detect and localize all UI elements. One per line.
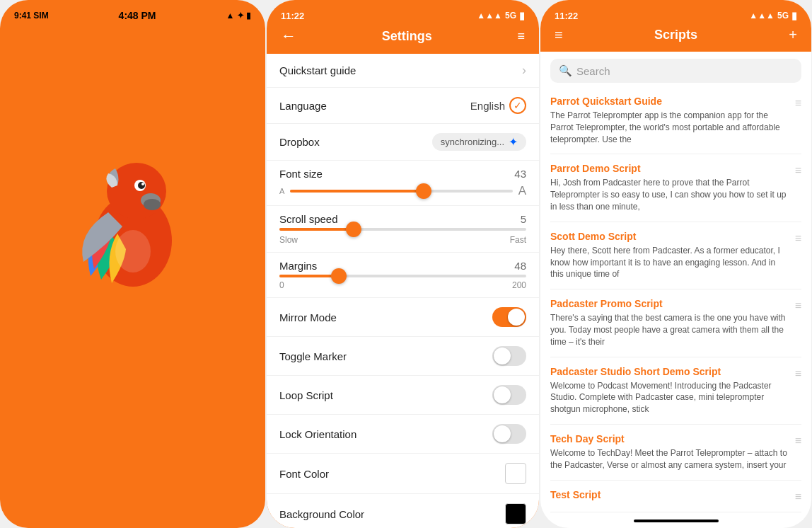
svg-point-5 [138, 182, 145, 189]
panel-settings: 11:22 ▲▲▲ 5G ▮ ← Settings ≡ Quickstart g… [267, 0, 539, 528]
settings-body: Quickstart guide › Language English ✓ Dr… [267, 54, 539, 528]
fast-label: Fast [510, 235, 526, 245]
script-excerpt: Hi, Josh from Padcaster here to prove th… [550, 177, 789, 212]
settings-row-lock-orientation[interactable]: Lock Orientation [267, 415, 539, 454]
menu-icon[interactable]: ≡ [517, 29, 525, 44]
margins-slider-row [279, 275, 526, 277]
settings-row-font-color[interactable]: Font Color [267, 454, 539, 494]
scroll-speed-label: Scroll speed [279, 213, 338, 225]
font-large-label: A [518, 184, 526, 198]
script-item-content: Padcaster Studio Short Demo Script Welco… [550, 366, 795, 415]
toggle-marker-toggle[interactable] [492, 346, 526, 366]
settings-header: ← Settings ≡ [267, 21, 539, 54]
script-title: Tech Day Script [550, 433, 789, 444]
status-bar-settings: 11:22 ▲▲▲ 5G ▮ [267, 0, 539, 21]
drag-handle-icon: ≡ [795, 299, 801, 312]
scripts-add-button[interactable]: + [789, 27, 797, 43]
font-size-slider-row: A A [279, 184, 526, 198]
scroll-speed-slider-row [279, 228, 526, 231]
mirror-mode-toggle[interactable] [492, 307, 526, 327]
dropbox-icon: ✦ [509, 135, 518, 149]
list-item[interactable]: Test Script ≡ [550, 481, 801, 512]
margins-thumb[interactable] [331, 268, 347, 284]
scroll-speed-fill [279, 228, 354, 231]
signal-icon: ▲▲▲ [477, 11, 502, 21]
settings-row-scroll-speed: Scroll speed 5 Slow Fast [267, 206, 539, 253]
script-title: Padcaster Studio Short Demo Script [550, 366, 789, 377]
time-scripts: 11:22 [555, 11, 578, 21]
settings-row-loop-script[interactable]: Loop Script [267, 376, 539, 415]
font-color-swatch[interactable] [505, 463, 526, 484]
slow-fast-labels: Slow Fast [279, 235, 526, 245]
status-icons: ▲▲▲ 5G ▮ [477, 10, 525, 21]
margins-top: Margins 48 [279, 260, 526, 272]
status-bar-splash: 9:41 SIM 4:48 PM ▲ ✦ ▮ [0, 0, 265, 21]
font-small-label: A [279, 187, 284, 195]
scripts-menu-icon[interactable]: ≡ [555, 27, 563, 43]
search-input[interactable]: Search [576, 65, 610, 77]
mirror-mode-label: Mirror Mode [279, 311, 337, 323]
settings-title: Settings [296, 29, 517, 44]
margins-label: Margins [279, 260, 317, 272]
language-value: English ✓ [470, 97, 526, 114]
toggle-marker-knob [494, 348, 511, 365]
script-excerpt: Welcome to TechDay! Meet the Parrot Tele… [550, 447, 789, 471]
scripts-list: Parrot Quickstart Guide The Parrot Telep… [540, 87, 811, 514]
settings-row-language[interactable]: Language English ✓ [267, 88, 539, 124]
font-size-value: 43 [514, 168, 526, 180]
battery-scripts: ▮ [791, 10, 797, 21]
settings-row-mirror-mode[interactable]: Mirror Mode [267, 298, 539, 337]
status-bar-scripts: 11:22 ▲▲▲ 5G ▮ [540, 0, 811, 21]
settings-row-background-color[interactable]: Background Color [267, 494, 539, 528]
script-item-content: Tech Day Script Welcome to TechDay! Meet… [550, 433, 795, 471]
time-settings: 11:22 [281, 11, 304, 21]
settings-row-toggle-marker[interactable]: Toggle Marker [267, 337, 539, 376]
settings-row-dropbox[interactable]: Dropbox synchronizing... ✦ [267, 124, 539, 161]
list-item[interactable]: Scott Demo Script Hey there, Scott here … [550, 222, 801, 289]
drag-handle-icon: ≡ [795, 97, 801, 110]
list-item[interactable]: Parrot Quickstart Guide The Parrot Telep… [550, 87, 801, 154]
back-button[interactable]: ← [281, 27, 296, 45]
margins-labels: 0 200 [279, 280, 526, 290]
list-item[interactable]: Padcaster Promo Script There's a saying … [550, 289, 801, 357]
quickstart-label: Quickstart guide [279, 64, 356, 76]
battery-icons: ▲ ✦ ▮ [226, 11, 251, 21]
font-size-top: Font size 43 [279, 168, 526, 180]
margins-value: 48 [514, 260, 526, 272]
font-color-label: Font Color [279, 468, 329, 480]
scripts-header: ≡ Scripts + [540, 21, 811, 52]
svg-point-3 [144, 199, 161, 210]
background-color-label: Background Color [279, 508, 364, 520]
list-item[interactable]: Parrot Demo Script Hi, Josh from Padcast… [550, 154, 801, 222]
loop-script-toggle[interactable] [492, 385, 526, 405]
font-size-fill [290, 190, 424, 193]
drag-handle-icon: ≡ [795, 164, 801, 177]
font-size-label: Font size [279, 168, 323, 180]
list-item[interactable]: Padcaster Studio Short Demo Script Welco… [550, 357, 801, 425]
battery-icon: ▮ [519, 10, 525, 21]
carrier-label: 9:41 SIM [14, 11, 49, 21]
settings-row-font-size: Font size 43 A A [267, 161, 539, 206]
svg-point-6 [141, 183, 144, 185]
status-icons-scripts: ▲▲▲ 5G ▮ [749, 10, 797, 21]
panel-splash: 9:41 SIM 4:48 PM ▲ ✦ ▮ [0, 0, 265, 528]
network-label: 5G [505, 11, 516, 21]
script-title: Test Script [550, 489, 789, 500]
background-color-swatch[interactable] [505, 503, 526, 524]
lock-orientation-toggle[interactable] [492, 424, 526, 444]
script-excerpt: There's a saying that the best camera is… [550, 312, 789, 348]
list-item[interactable]: Tech Day Script Welcome to TechDay! Meet… [550, 425, 801, 481]
scroll-speed-thumb[interactable] [346, 222, 361, 237]
script-item-content: Parrot Quickstart Guide The Parrot Telep… [550, 96, 795, 145]
font-size-slider[interactable] [290, 190, 512, 193]
scroll-speed-slider[interactable] [279, 228, 526, 231]
search-bar[interactable]: 🔍 Search [550, 59, 801, 83]
script-item-content: Scott Demo Script Hey there, Scott here … [550, 231, 795, 280]
loop-script-label: Loop Script [279, 389, 333, 401]
margins-slider[interactable] [279, 275, 526, 277]
script-title: Padcaster Promo Script [550, 298, 789, 309]
settings-row-margins: Margins 48 0 200 [267, 253, 539, 298]
script-excerpt: Hey there, Scott here from Padcaster. As… [550, 245, 789, 280]
font-size-thumb[interactable] [416, 183, 431, 199]
settings-row-quickstart[interactable]: Quickstart guide › [267, 54, 539, 88]
